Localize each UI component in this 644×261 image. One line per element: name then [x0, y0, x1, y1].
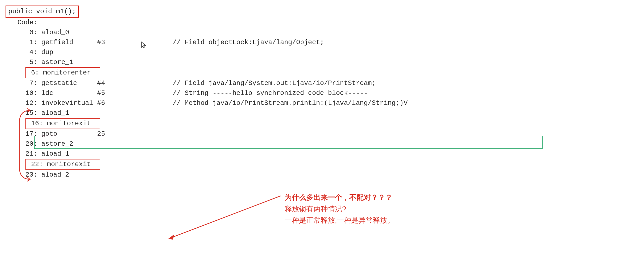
bytecode-comment: // Field objectLock:Ljava/lang/Object; [105, 39, 324, 46]
method-signature-box: public void m1(); [6, 6, 79, 18]
bytecode-comment: // Field java/lang/System.out:Ljava/io/P… [105, 79, 376, 87]
bytecode-line-17: 17: goto 25 [6, 129, 638, 139]
bytecode-comment: // String -----hello synchronized code b… [105, 89, 368, 97]
bytecode-line-6: 6: monitorenter [6, 67, 638, 78]
bytecode-line-10: 10: ldc #5 // String -----hello synchron… [6, 88, 638, 98]
bytecode-line-16: 16: monitorexit [6, 118, 638, 129]
monitorexit-box-1: 16: monitorexit [25, 118, 100, 129]
cursor-icon [141, 41, 146, 51]
bytecode-line-1: 1: getfield #3 // Field objectLock:Ljava… [6, 38, 638, 47]
code-label: Code: [6, 18, 638, 28]
bytecode-line-7: 7: getstatic #4 // Field java/lang/Syste… [6, 78, 638, 88]
bytecode-line-4: 4: dup [6, 47, 638, 57]
method-signature-line: public void m1(); [6, 6, 638, 18]
bytecode-op: 12: invokevirtual #6 [6, 99, 105, 107]
monitorexit-box-2: 22: monitorexit [25, 159, 100, 170]
bytecode-listing: public void m1(); Code: 0: aload_0 1: ge… [6, 6, 638, 180]
monitorenter-box: 6: monitorenter [25, 67, 100, 78]
bytecode-line-12: 12: invokevirtual #6 // Method java/io/P… [6, 98, 638, 108]
annotation-line-3: 一种是正常释放,一种是异常释放。 [285, 215, 394, 226]
bytecode-line-0: 0: aload_0 [6, 28, 638, 38]
bytecode-line-23: 23: aload_2 [6, 170, 638, 180]
svg-line-0 [169, 196, 281, 239]
bytecode-line-22: 22: monitorexit [6, 159, 638, 170]
annotation-arrow-icon [164, 193, 283, 243]
bytecode-line-15: 15: aload_1 [6, 108, 638, 118]
annotation-question: 为什么多出来一个，不配对？？？ [285, 192, 394, 203]
annotation-line-2: 释放锁有两种情况? [285, 203, 394, 215]
bytecode-line-21: 21: aload_1 [6, 149, 638, 159]
bytecode-line-5: 5: astore_1 [6, 57, 638, 67]
bytecode-op: 1: getfield #3 [6, 39, 105, 46]
bytecode-line-20: 20: astore_2 [6, 139, 638, 149]
bytecode-comment: // Method java/io/PrintStream.println:(L… [105, 99, 408, 107]
annotation-text: 为什么多出来一个，不配对？？？ 释放锁有两种情况? 一种是正常释放,一种是异常释… [285, 192, 394, 226]
bytecode-op: 7: getstatic #4 [6, 79, 105, 87]
bytecode-op: 10: ldc #5 [6, 89, 105, 97]
